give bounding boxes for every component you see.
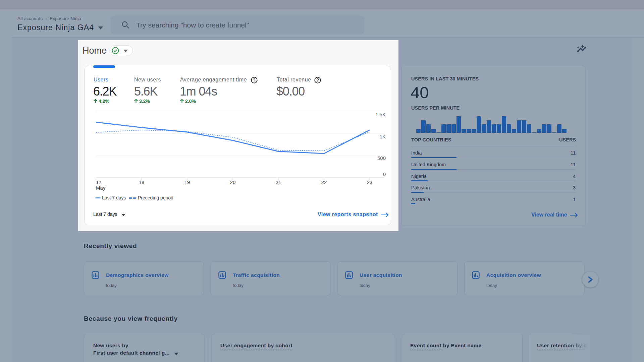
- svg-text:May: May: [96, 185, 106, 191]
- svg-text:19: 19: [184, 179, 190, 185]
- svg-text:1.5K: 1.5K: [375, 112, 386, 117]
- svg-text:?: ?: [316, 77, 319, 82]
- svg-text:18: 18: [139, 179, 145, 185]
- svg-text:17: 17: [96, 179, 102, 185]
- svg-text:23: 23: [367, 179, 373, 185]
- svg-text:?: ?: [253, 77, 256, 82]
- svg-text:1K: 1K: [380, 134, 386, 139]
- svg-text:21: 21: [276, 179, 281, 185]
- svg-text:0: 0: [383, 171, 386, 177]
- svg-text:500: 500: [377, 155, 386, 161]
- svg-text:20: 20: [230, 179, 236, 185]
- svg-text:22: 22: [321, 179, 327, 185]
